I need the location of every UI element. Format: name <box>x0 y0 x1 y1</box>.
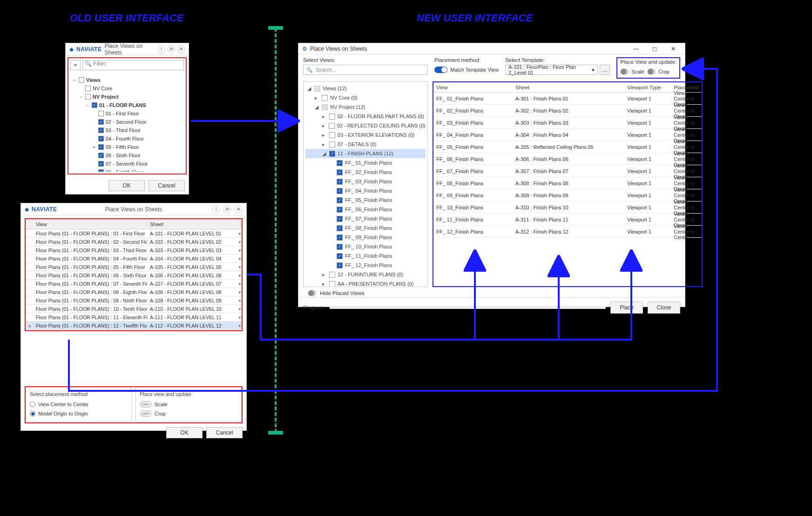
checkbox-icon[interactable] <box>329 123 335 129</box>
table-row[interactable]: Floor Plans (01 - FLOOR PLANS) : 03 - Th… <box>26 246 241 255</box>
tree-item[interactable]: FF_ 01_Finish Plans <box>305 158 426 168</box>
checkbox-icon[interactable] <box>98 136 104 141</box>
tree-item[interactable]: ▸07 - DETAILS (0) <box>305 140 426 149</box>
table-row[interactable]: Floor Plans (01 - FLOOR PLANS) : 07 - Se… <box>26 280 241 288</box>
radio-origin[interactable] <box>30 411 35 416</box>
table-row[interactable]: FF_ 10_Finish PlansA-310 : Finish Plans … <box>433 201 702 214</box>
crop-toggle[interactable] <box>647 68 656 75</box>
tree-item[interactable]: 01 - First Floor <box>71 109 183 118</box>
checkbox-icon[interactable] <box>337 207 343 213</box>
table-row[interactable]: Floor Plans (01 - FLOOR PLANS) : 02 - Se… <box>26 238 241 246</box>
ok-button[interactable]: OK <box>108 180 145 191</box>
filter-input[interactable]: 🔍 Filter: <box>82 60 184 70</box>
place-button[interactable]: Place <box>610 302 643 314</box>
radio-center[interactable] <box>30 402 35 407</box>
tree-item[interactable]: ▸02 - FLOOR PLANS PART PLANS (0) <box>305 112 426 121</box>
table-row[interactable]: FF_ 12_Finish PlansA-312 : Finish Plans … <box>433 226 702 238</box>
tree-item[interactable]: FF_ 09_Finish Plans <box>305 233 426 242</box>
checkbox-icon[interactable] <box>337 225 343 231</box>
tree-item[interactable]: ▸AA - PRESENTATION PLANS (0) <box>305 279 426 287</box>
ok-button[interactable]: OK <box>166 427 203 438</box>
table-row[interactable]: Floor Plans (01 - FLOOR PLANS) : 11 - El… <box>26 313 241 322</box>
checkbox-icon[interactable] <box>329 281 335 287</box>
tree-item[interactable]: ◢NV Project (12) <box>305 102 426 112</box>
scale-toggle[interactable]: OFF <box>140 401 152 408</box>
match-template-toggle[interactable] <box>434 67 447 73</box>
checkbox-icon[interactable] <box>337 197 343 203</box>
tree-item[interactable]: FF_ 03_Finish Plans <box>305 177 426 186</box>
tree-item[interactable]: FF_ 05_Finish Plans <box>305 195 426 205</box>
tree-item[interactable]: FF_ 07_Finish Plans <box>305 214 426 223</box>
add-button[interactable]: + <box>70 60 81 70</box>
checkbox-icon[interactable] <box>337 188 343 194</box>
checkbox-icon[interactable] <box>98 144 104 150</box>
close-button[interactable]: Close <box>648 302 680 314</box>
checkbox-icon[interactable] <box>322 95 328 101</box>
cancel-button[interactable]: Cancel <box>149 180 185 191</box>
minimize-icon[interactable]: — <box>628 44 644 54</box>
tree-item[interactable]: FF_ 10_Finish Plans <box>305 242 426 251</box>
checkbox-icon[interactable] <box>337 169 343 175</box>
views-tree[interactable]: −Views NV Core −NV Project −01 - FLOOR P… <box>70 74 184 172</box>
tree-item[interactable]: 02 - Second Floor <box>71 118 183 126</box>
table-row[interactable]: FF_ 02_Finish PlansA-302 : Finish Plans … <box>433 105 702 117</box>
table-row[interactable]: FF_ 09_Finish PlansA-309 : Finish Plans … <box>433 189 702 201</box>
table-row[interactable]: FF_ 04_Finish PlansA-304 : Finish Plans … <box>433 129 702 141</box>
checkbox-icon[interactable] <box>329 151 335 157</box>
checkbox-icon[interactable] <box>98 153 104 158</box>
tree-item[interactable]: FF_ 02_Finish Plans <box>305 168 426 177</box>
table-row[interactable]: Floor Plans (01 - FLOOR PLANS) : 10 - Te… <box>26 305 241 313</box>
close-icon[interactable]: ✕ <box>234 205 243 214</box>
tree-item[interactable]: FF_ 06_Finish Plans <box>305 205 426 214</box>
search-input[interactable]: 🔍 Search... <box>303 65 428 75</box>
checkbox-icon[interactable] <box>337 179 343 185</box>
tree-item[interactable]: ▸NV Core (0) <box>305 93 426 102</box>
checkbox-icon[interactable] <box>98 111 104 116</box>
tree-item[interactable]: FF_ 04_Finish Plans <box>305 186 426 195</box>
checkbox-icon[interactable] <box>337 262 343 268</box>
checkbox-icon[interactable] <box>337 160 343 166</box>
table-row[interactable]: FF_ 01_Finish PlansA-301 : Finish Plans … <box>433 93 702 105</box>
info-icon[interactable]: i <box>158 45 165 54</box>
cancel-button[interactable]: Cancel <box>206 427 243 438</box>
checkbox-icon[interactable] <box>337 244 343 250</box>
checkbox-icon[interactable] <box>98 127 104 133</box>
close-icon[interactable]: ✕ <box>178 45 185 54</box>
checkbox-icon[interactable] <box>322 104 328 110</box>
table-row[interactable]: Floor Plans (01 - FLOOR PLANS) : 08 - Ei… <box>26 288 241 296</box>
tree-item[interactable]: ◢11 - FINISH PLANS (12) <box>305 149 426 158</box>
table-row[interactable]: Floor Plans (01 - FLOOR PLANS) : 09 - Ni… <box>26 296 241 305</box>
new-tree[interactable]: ◢Views (12)▸NV Core (0)◢NV Project (12)▸… <box>303 81 428 287</box>
tree-item[interactable]: 07 - Seventh Floor <box>71 160 183 168</box>
tree-item[interactable]: ▸03 - EXTERIOR ELEVATIONS (0) <box>305 130 426 140</box>
checkbox-icon[interactable] <box>98 119 104 125</box>
help-icon[interactable]: ⟳ <box>223 205 231 214</box>
template-dropdown[interactable]: A-101 : FloorPlan : Floor Plan 2_Level 0… <box>505 65 598 75</box>
tree-item[interactable]: FF_ 12_Finish Plans <box>305 261 426 270</box>
tree-item[interactable]: 06 - Sixth Floor <box>71 151 183 160</box>
checkbox-icon[interactable] <box>329 114 335 120</box>
tree-item[interactable]: FF_ 11_Finish Plans <box>305 251 426 261</box>
info-icon[interactable]: i <box>212 205 220 214</box>
new-table[interactable]: View Sheet Viewport Type Placement FF_ 0… <box>433 81 703 287</box>
checkbox-icon[interactable] <box>329 141 335 147</box>
table-row[interactable]: Floor Plans (01 - FLOOR PLANS) : 06 - Si… <box>26 271 241 280</box>
checkbox-icon[interactable] <box>314 86 320 92</box>
hide-placed-toggle[interactable] <box>308 290 316 296</box>
close-icon[interactable]: ✕ <box>665 44 681 54</box>
tree-item[interactable]: ◢Views (12) <box>305 84 426 93</box>
table-row[interactable]: Floor Plans (01 - FLOOR PLANS) : 05 - Fi… <box>26 263 241 271</box>
table-row[interactable]: FF_ 05_Finish PlansA-205 : Reflected Cei… <box>433 141 702 153</box>
table-row[interactable]: Floor Plans (01 - FLOOR PLANS) : 04 - Fo… <box>26 255 241 263</box>
checkbox-icon[interactable] <box>98 169 104 172</box>
tree-item[interactable]: ▸02 - REFLECTED CEILING PLANS (0) <box>305 121 426 130</box>
grid-body[interactable]: Floor Plans (01 - FLOOR PLANS) : 01 - Fi… <box>26 229 242 330</box>
scale-toggle[interactable] <box>620 68 629 75</box>
tree-item[interactable]: FF_ 08_Finish Plans <box>305 223 426 233</box>
tree-item[interactable]: 08 - Eighth Floor <box>71 168 183 172</box>
tree-item[interactable]: +05 - Fifth Floor <box>71 143 183 151</box>
table-row[interactable]: FF_ 11_Finish PlansA-311 : Finish Plans … <box>433 214 702 226</box>
checkbox-icon[interactable] <box>337 235 343 241</box>
table-row[interactable]: ▸Floor Plans (01 - FLOOR PLANS) : 12 - T… <box>26 322 241 330</box>
crop-toggle[interactable]: OFF <box>140 410 152 417</box>
